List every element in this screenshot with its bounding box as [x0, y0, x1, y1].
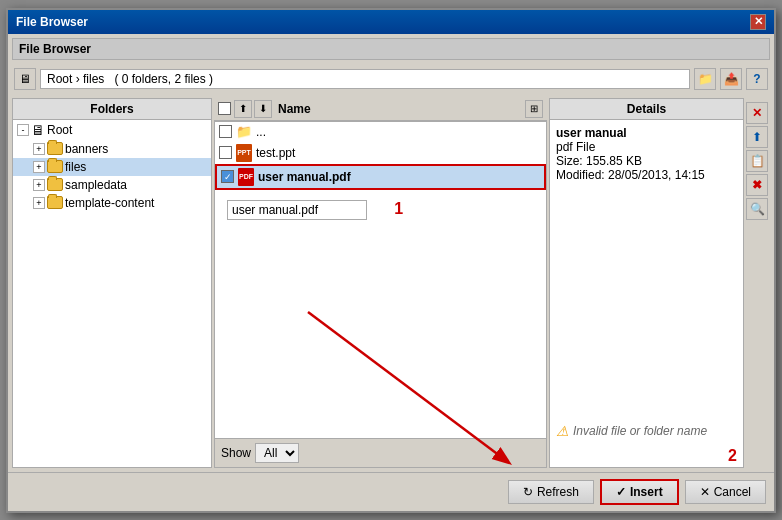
- upload-side-button[interactable]: ⬆: [746, 126, 768, 148]
- tree-label-files: files: [65, 160, 86, 174]
- delete-button[interactable]: ✕: [746, 102, 768, 124]
- warn-icon: ⚠: [556, 423, 569, 439]
- breadcrumb-bar: 🖥 Root › files ( 0 folders, 2 files ) 📁 …: [8, 64, 774, 94]
- breadcrumb-path-text: Root › files: [47, 72, 104, 86]
- tree-expand-template-content[interactable]: +: [33, 197, 45, 209]
- tree-item-files[interactable]: + files: [13, 158, 211, 176]
- col-sort-desc-btn[interactable]: ⬇: [254, 100, 272, 118]
- show-bar: Show All: [215, 438, 546, 467]
- filename-input[interactable]: [227, 200, 367, 220]
- breadcrumb-path: Root › files ( 0 folders, 2 files ): [40, 69, 690, 89]
- checkbox-user-manual[interactable]: ✓: [221, 170, 234, 183]
- checkbox-test-ppt[interactable]: [219, 146, 232, 159]
- col-name-header: Name: [274, 100, 521, 118]
- folders-panel: Folders - 🖥 Root + banners + files +: [12, 98, 212, 468]
- tree-expand-banners[interactable]: +: [33, 143, 45, 155]
- file-name-user-manual: user manual.pdf: [258, 170, 351, 184]
- tree-expand-sampledata[interactable]: +: [33, 179, 45, 191]
- files-main: ⬆ ⬇ Name ⊞: [214, 98, 547, 468]
- copy-side-button[interactable]: 📋: [746, 150, 768, 172]
- tree-expand-root[interactable]: -: [17, 124, 29, 136]
- show-label: Show: [221, 446, 251, 460]
- breadcrumb-info: ( 0 folders, 2 files ): [114, 72, 213, 86]
- files-list: 📁 ... PPT test.ppt ✓ PDF: [215, 122, 546, 438]
- col-extra-icon[interactable]: ⊞: [525, 100, 543, 118]
- filename-input-area: 1: [215, 192, 546, 228]
- annotation-1: 1: [394, 200, 403, 217]
- col-toolbar-icons: ⬆ ⬇: [232, 98, 274, 120]
- file-name-test-ppt: test.ppt: [256, 146, 295, 160]
- tree-expand-files[interactable]: +: [33, 161, 45, 173]
- refresh-button[interactable]: ↻ Refresh: [508, 480, 594, 504]
- refresh-label: Refresh: [537, 485, 579, 499]
- file-item-test-ppt[interactable]: PPT test.ppt: [215, 142, 546, 164]
- tree-item-banners[interactable]: + banners: [13, 140, 211, 158]
- folder-glyph: 🖥: [19, 72, 31, 86]
- details-right: Details user manual pdf File Size: 155.8…: [549, 98, 770, 468]
- folder-icon-banners: [47, 142, 63, 155]
- files-list-panel: 📁 ... PPT test.ppt ✓ PDF: [214, 121, 547, 468]
- cancel-icon: ✕: [700, 485, 710, 499]
- title-bar: File Browser ✕: [8, 10, 774, 34]
- computer-icon: 🖥: [31, 122, 45, 138]
- tree-label-root: Root: [47, 123, 72, 137]
- tree-label-template-content: template-content: [65, 196, 154, 210]
- tree-label-sampledata: sampledata: [65, 178, 127, 192]
- cancel-label: Cancel: [714, 485, 751, 499]
- folder-icon-template-content: [47, 196, 63, 209]
- detail-file-modified: Modified: 28/05/2013, 14:15: [556, 168, 737, 182]
- help-icon: ?: [753, 72, 760, 86]
- checkbox-parent[interactable]: [219, 125, 232, 138]
- folder-icon-sampledata: [47, 178, 63, 191]
- tree-label-banners: banners: [65, 142, 108, 156]
- cancel-button[interactable]: ✕ Cancel: [685, 480, 766, 504]
- remove-side-button[interactable]: ✖: [746, 174, 768, 196]
- annotation-2-area: 2: [550, 445, 743, 467]
- side-buttons: ✕ ⬆ 📋 ✖ 🔍: [744, 98, 770, 468]
- files-col-header: ⬆ ⬇ Name ⊞: [214, 98, 547, 121]
- folders-header: Folders: [13, 99, 211, 120]
- detail-file-size: Size: 155.85 KB: [556, 154, 737, 168]
- details-panel: Details user manual pdf File Size: 155.8…: [549, 98, 744, 468]
- file-item-user-manual[interactable]: ✓ PDF user manual.pdf: [215, 164, 546, 190]
- upload-button[interactable]: 📤: [720, 68, 742, 90]
- col-checkbox-all[interactable]: [214, 100, 232, 117]
- bottom-bar: ↻ Refresh ✓ Insert ✕ Cancel: [8, 472, 774, 511]
- main-area: Folders - 🖥 Root + banners + files +: [12, 98, 770, 468]
- detail-file-type: pdf File: [556, 140, 737, 154]
- insert-label: Insert: [630, 485, 663, 499]
- pdf-icon: PDF: [238, 168, 254, 186]
- new-folder-icon: 📁: [698, 72, 713, 86]
- col-sort-asc-btn[interactable]: ⬆: [234, 100, 252, 118]
- insert-icon: ✓: [616, 485, 626, 499]
- tree-item-template-content[interactable]: + template-content: [13, 194, 211, 212]
- new-folder-button[interactable]: 📁: [694, 68, 716, 90]
- tree-item-sampledata[interactable]: + sampledata: [13, 176, 211, 194]
- search-side-button[interactable]: 🔍: [746, 198, 768, 220]
- tree-item-root[interactable]: - 🖥 Root: [13, 120, 211, 140]
- ppt-icon: PPT: [236, 144, 252, 162]
- select-all-checkbox[interactable]: [218, 102, 231, 115]
- invalid-message-text: Invalid file or folder name: [573, 424, 707, 438]
- dialog-title: File Browser: [16, 15, 88, 29]
- files-middle: 📁 ... PPT test.ppt ✓ PDF: [214, 121, 547, 468]
- refresh-icon: ↻: [523, 485, 533, 499]
- panel-header: File Browser: [12, 38, 770, 60]
- invalid-message-area: ⚠ Invalid file or folder name: [550, 417, 743, 445]
- file-name-parent: ...: [256, 125, 266, 139]
- close-button[interactable]: ✕: [750, 14, 766, 30]
- file-item-parent[interactable]: 📁 ...: [215, 122, 546, 142]
- insert-button[interactable]: ✓ Insert: [600, 479, 679, 505]
- details-content: user manual pdf File Size: 155.85 KB Mod…: [550, 120, 743, 417]
- sort-asc-icon: ⬆: [239, 103, 247, 114]
- col-extra-btn[interactable]: ⊞: [521, 98, 547, 120]
- show-select[interactable]: All: [255, 443, 299, 463]
- details-header: Details: [550, 99, 743, 120]
- folder-icon-files: [47, 160, 63, 173]
- file-browser-dialog: File Browser ✕ File Browser 🖥 Root › fil…: [6, 8, 776, 513]
- folder-icon: 🖥: [14, 68, 36, 90]
- annotation-2: 2: [728, 447, 737, 464]
- parent-dir-icon: 📁: [236, 124, 252, 140]
- help-button[interactable]: ?: [746, 68, 768, 90]
- sort-desc-icon: ⬇: [259, 103, 267, 114]
